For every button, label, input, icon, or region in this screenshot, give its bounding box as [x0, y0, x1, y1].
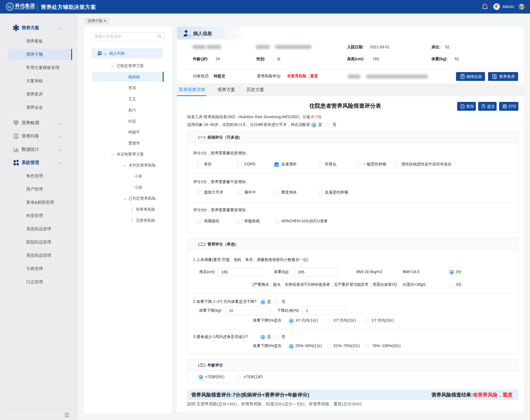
svg-text:KL: KL: [8, 6, 12, 8]
